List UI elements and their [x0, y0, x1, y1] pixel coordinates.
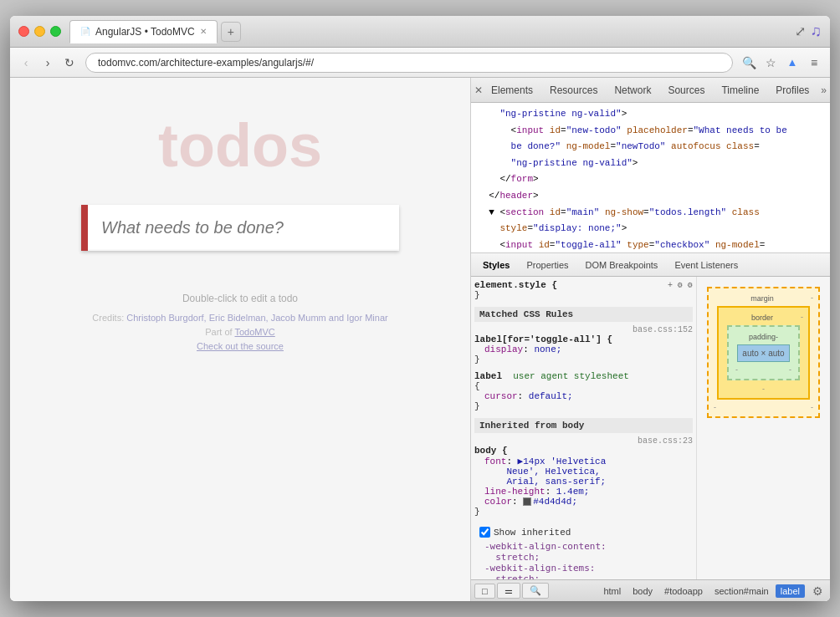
forward-button[interactable]: › — [38, 54, 57, 72]
css-close: } — [474, 507, 693, 517]
css-rule-toggle-all: base.css:152 label[for='toggle-all'] { d… — [474, 325, 693, 365]
html-line: "ng-pristine ng-valid"> — [471, 156, 830, 172]
styles-left: element.style { + ⚙️ ⚙ } Matched CSS Rul… — [471, 277, 696, 579]
todo-input[interactable] — [81, 205, 399, 251]
devtools-bottom-bar: □ ⚌ 🔍 html body #todoapp section#main la… — [471, 579, 830, 601]
check-source: Check out the source — [197, 341, 284, 351]
box-model-panel: margin - border - padding- auto × auto — [696, 277, 830, 579]
tab-sources[interactable]: Sources — [659, 78, 713, 103]
page-content: todos Double-click to edit a todo Credit… — [10, 78, 470, 601]
tab-profiles[interactable]: Profiles — [767, 78, 817, 103]
padding-left: - — [735, 365, 738, 374]
padding-right: - — [789, 365, 791, 374]
resize-icon[interactable]: ⤢ — [795, 23, 806, 39]
css-selector-line: label[for='toggle-all'] { — [474, 334, 693, 344]
css-webkit-props: -webkit-align-content: stretch; -webkit-… — [474, 541, 693, 579]
bottom-right: ⚙ — [808, 582, 827, 600]
tab-network[interactable]: Network — [606, 78, 659, 103]
devtools-subtabs: Styles Properties DOM Breakpoints Event … — [471, 253, 830, 277]
css-element-style: element.style { + ⚙️ ⚙ } — [474, 280, 693, 300]
devtools-html-panel: "ng-pristine ng-valid"> <input id="new-t… — [471, 103, 830, 253]
part-of: Part of TodoMVC — [205, 327, 275, 337]
subtab-dom-breakpoints[interactable]: DOM Breakpoints — [577, 257, 667, 273]
new-tab-button[interactable]: + — [221, 22, 241, 42]
css-close: } — [474, 401, 693, 411]
bottom-icons: □ ⚌ 🔍 — [474, 583, 595, 599]
check-source-link[interactable]: Check out the source — [197, 341, 284, 351]
tab-elements[interactable]: Elements — [483, 78, 541, 103]
tab-favicon: 📄 — [80, 27, 90, 36]
navbar-icons: 🔍 ☆ ▲ ≡ — [740, 54, 823, 72]
close-button[interactable] — [18, 26, 29, 37]
maximize-button[interactable] — [50, 26, 61, 37]
box-model-margin: margin - border - padding- auto × auto — [707, 287, 820, 418]
settings-button[interactable]: ⚙ — [808, 582, 827, 600]
add-style-button[interactable]: + ⚙️ ⚙ — [668, 280, 693, 290]
margin-left: - — [714, 403, 716, 411]
styles-panel: element.style { + ⚙️ ⚙ } Matched CSS Rul… — [471, 277, 830, 579]
show-inherited-checkbox[interactable] — [479, 527, 490, 538]
breadcrumb-label[interactable]: label — [776, 584, 805, 598]
breadcrumb-section[interactable]: section#main — [709, 584, 774, 598]
devtools-close-button[interactable]: ✕ — [474, 84, 483, 97]
breadcrumb-html[interactable]: html — [598, 584, 626, 598]
devtools-more-button[interactable]: » — [817, 81, 830, 99]
devtools-tabs: Elements Resources Network Sources Timel… — [483, 78, 817, 103]
inspect-button[interactable]: □ — [474, 584, 495, 599]
padding-label: padding- — [749, 333, 778, 341]
color-swatch — [523, 497, 531, 506]
subtab-event-listeners[interactable]: Event Listeners — [666, 257, 746, 273]
show-inherited-container: Show inherited — [474, 523, 693, 541]
back-button[interactable]: ‹ — [17, 54, 35, 72]
css-selector-line: label user agent stylesheet — [474, 371, 693, 381]
credits-text: Credits: — [92, 313, 126, 323]
inherited-header: Inherited from body — [474, 418, 693, 433]
border-bottom: - — [762, 385, 765, 393]
css-close-brace: } — [474, 290, 480, 300]
breadcrumb-body[interactable]: body — [627, 584, 658, 598]
css-close: } — [474, 354, 693, 365]
devtools-panel: ✕ Elements Resources Network Sources Tim… — [470, 78, 830, 601]
css-source: base.css:152 — [474, 325, 693, 334]
border-label: border — [751, 314, 773, 322]
part-of-link[interactable]: TodoMVC — [234, 327, 274, 337]
menu-icon[interactable]: ≡ — [805, 54, 823, 72]
devtools-toolbar: ✕ Elements Resources Network Sources Tim… — [471, 78, 830, 103]
subtab-properties[interactable]: Properties — [518, 257, 576, 273]
css-rule-label: label user agent stylesheet { cursor: de… — [474, 371, 693, 411]
css-property: display: none; — [474, 344, 693, 354]
breadcrumb-bar: html body #todoapp section#main label — [598, 584, 805, 598]
url-text: todomvc.com/architecture-examples/angula… — [98, 57, 314, 69]
tab-resources[interactable]: Resources — [541, 78, 606, 103]
html-line: </form> — [471, 171, 830, 188]
breadcrumb-todoapp[interactable]: #todoapp — [659, 584, 708, 598]
html-line: <input id="toggle-all" type="checkbox" n… — [471, 237, 830, 253]
active-tab[interactable]: 📄 AngularJS • TodoMVC ✕ — [69, 20, 218, 43]
tab-title: AngularJS • TodoMVC — [95, 26, 195, 38]
content-size: auto × auto — [742, 349, 784, 358]
minimize-button[interactable] — [34, 26, 45, 37]
browser-window: 📄 AngularJS • TodoMVC ✕ + ⤢ ♫ ‹ › ↻ todo… — [10, 16, 830, 601]
dom-tree-button[interactable]: ⚌ — [497, 583, 520, 599]
drive-icon[interactable]: ▲ — [783, 54, 802, 72]
search-button[interactable]: 🔍 — [522, 583, 549, 599]
html-line: </header> — [471, 188, 830, 205]
search-icon[interactable]: 🔍 — [740, 54, 758, 72]
css-property-color: color: #4d4d4d; — [474, 497, 693, 507]
refresh-button[interactable]: ↻ — [60, 54, 79, 72]
tab-close-button[interactable]: ✕ — [200, 27, 207, 36]
bookmark-icon[interactable]: ☆ — [761, 54, 780, 72]
music-icon[interactable]: ♫ — [811, 23, 822, 40]
html-line: style="display: none;"> — [471, 221, 830, 237]
subtab-styles[interactable]: Styles — [474, 257, 518, 273]
address-bar[interactable]: todomvc.com/architecture-examples/angula… — [85, 53, 733, 73]
margin-right: - — [811, 403, 813, 411]
css-rule-body: base.css:23 body { font: ▶14px 'Helvetic… — [474, 436, 693, 517]
credits-people[interactable]: Christoph Burgdorf, Eric Bidelman, Jacob… — [126, 313, 387, 323]
navbar: ‹ › ↻ todomvc.com/architecture-examples/… — [10, 48, 830, 78]
css-open-brace: { — [474, 381, 693, 391]
box-model-content: auto × auto — [737, 344, 790, 362]
tab-timeline[interactable]: Timeline — [713, 78, 767, 103]
box-model-padding: padding- auto × auto - - — [727, 325, 800, 380]
webkit-prop-1: -webkit-align-content: stretch; — [474, 541, 693, 563]
